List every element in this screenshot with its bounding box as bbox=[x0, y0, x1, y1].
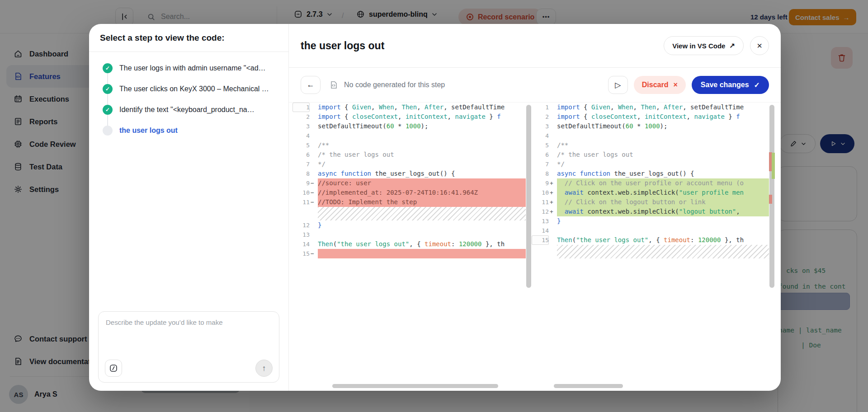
diff-code-row: 12+ await context.web.simpleClick("logou… bbox=[532, 207, 769, 216]
line-number: 9 bbox=[532, 178, 549, 188]
line-number: 10 bbox=[532, 188, 549, 197]
diff-view: 1import { Given, When, Then, After, setD… bbox=[289, 103, 781, 391]
diff-pane-original[interactable]: 1import { Given, When, Then, After, setD… bbox=[292, 103, 526, 391]
diff-code-row: 10−//implemented_at: 2025-07-24T10:16:41… bbox=[292, 188, 526, 197]
line-number: 8 bbox=[532, 169, 549, 178]
diff-sign bbox=[310, 140, 318, 150]
line-number: 10 bbox=[292, 188, 310, 197]
line-number: 4 bbox=[292, 131, 310, 140]
diff-code-row: 2import { closeContext, initContext, nav… bbox=[292, 112, 526, 122]
code-line: async function the_user_logs_out() { bbox=[318, 169, 526, 178]
step-done-check-icon: ✓ bbox=[103, 84, 113, 94]
diff-sign: + bbox=[549, 197, 557, 207]
diff-code-row: 1import { Given, When, Then, After, setD… bbox=[292, 103, 526, 112]
scrollbar-left-pane[interactable] bbox=[526, 103, 532, 391]
code-review-modal: Select a step to view the code: ✓The use… bbox=[89, 24, 781, 391]
line-number: 11 bbox=[532, 197, 549, 207]
diff-code-row: 9+ // Click on the user profile or accou… bbox=[532, 178, 769, 188]
step-pending-icon bbox=[103, 126, 113, 136]
diff-code-row: 4 bbox=[532, 131, 769, 140]
diff-filler-row bbox=[292, 207, 526, 220]
diff-code-row: 12} bbox=[292, 220, 526, 230]
back-button[interactable]: ← bbox=[301, 76, 321, 94]
diff-sign: + bbox=[549, 207, 557, 216]
diff-code-row: 4 bbox=[292, 131, 526, 140]
step-done-check-icon: ✓ bbox=[103, 63, 113, 73]
line-number: 13 bbox=[292, 230, 310, 239]
step-label: The user logs in with admin username "<a… bbox=[119, 64, 266, 72]
composer-input[interactable] bbox=[99, 312, 279, 355]
code-line: /* the user logs out bbox=[557, 150, 769, 159]
diff-sign bbox=[549, 159, 557, 169]
line-number: 6 bbox=[532, 150, 549, 159]
diff-code-row: 3setDefaultTimeout(60 * 1000); bbox=[292, 122, 526, 131]
scrollbar-thumb[interactable] bbox=[526, 105, 531, 288]
line-number: 12 bbox=[532, 207, 549, 216]
slash-command-button[interactable] bbox=[105, 360, 122, 377]
diff-sign bbox=[549, 245, 557, 258]
code-line: //source: user bbox=[318, 178, 526, 188]
code-line bbox=[318, 131, 526, 140]
discard-label: Discard bbox=[642, 81, 669, 89]
line-number: 7 bbox=[292, 159, 310, 169]
diff-code-row: 1import { Given, When, Then, After, setD… bbox=[532, 103, 769, 112]
diff-sign bbox=[310, 103, 318, 112]
code-line: //implemented_at: 2025-07-24T10:16:41.96… bbox=[318, 188, 526, 197]
diff-code-row: 2import { closeContext, initContext, nav… bbox=[532, 112, 769, 122]
code-toolbar: ← No code generated for this step ▷ Disc… bbox=[289, 68, 781, 103]
line-number: 14 bbox=[532, 226, 549, 235]
line-number: 11 bbox=[292, 197, 310, 207]
step-title: the user logs out bbox=[301, 40, 384, 52]
view-in-vscode-button[interactable]: View in VS Code ↗ bbox=[664, 36, 744, 55]
code-line bbox=[557, 131, 769, 140]
line-number: 12 bbox=[292, 220, 310, 230]
line-number: 7 bbox=[532, 159, 549, 169]
run-step-button[interactable]: ▷ bbox=[608, 76, 628, 94]
code-line bbox=[318, 249, 526, 258]
diff-sign: + bbox=[549, 188, 557, 197]
code-line bbox=[557, 226, 769, 235]
code-line bbox=[557, 245, 769, 258]
discard-button[interactable]: Discard × bbox=[634, 76, 686, 94]
line-number: 1 bbox=[292, 103, 310, 112]
status-text: No code generated for this step bbox=[344, 81, 445, 89]
diff-sign bbox=[549, 169, 557, 178]
diff-sign bbox=[310, 159, 318, 169]
send-button[interactable]: ↑ bbox=[255, 360, 273, 377]
diff-sign bbox=[310, 220, 318, 230]
scrollbar-right-pane[interactable] bbox=[769, 103, 775, 391]
line-number: 13 bbox=[532, 216, 549, 226]
external-link-icon: ↗ bbox=[729, 42, 735, 50]
step-done-check-icon: ✓ bbox=[103, 105, 113, 115]
code-panel-header: the user logs out View in VS Code ↗ × bbox=[289, 24, 781, 68]
step-item-4[interactable]: the user logs out bbox=[89, 120, 288, 141]
check-icon: ✓ bbox=[754, 81, 760, 89]
code-line bbox=[318, 230, 526, 239]
code-line: /** bbox=[557, 140, 769, 150]
diff-pane-modified[interactable]: 1import { Given, When, Then, After, setD… bbox=[532, 103, 769, 391]
horizontal-scrollbar-right[interactable] bbox=[554, 384, 623, 388]
diff-code-row: 15Then("the user logs out", { timeout: 1… bbox=[532, 235, 769, 245]
step-item-3[interactable]: ✓Identify the text "<keyboard_product_na… bbox=[89, 99, 288, 120]
diff-code-row: 8async function the_user_logs_out() { bbox=[532, 169, 769, 178]
diff-sign bbox=[310, 230, 318, 239]
code-line: */ bbox=[318, 159, 526, 169]
horizontal-scrollbar-left[interactable] bbox=[332, 384, 498, 388]
line-number: 15 bbox=[532, 235, 549, 245]
diff-code-row: 7*/ bbox=[532, 159, 769, 169]
x-icon: × bbox=[674, 81, 678, 89]
step-item-2[interactable]: ✓The user clicks on KeyX 3000 – Mechanic… bbox=[89, 79, 288, 99]
step-item-1[interactable]: ✓The user logs in with admin username "<… bbox=[89, 58, 288, 79]
code-line: } bbox=[557, 216, 769, 226]
line-number: 5 bbox=[292, 140, 310, 150]
line-number: 3 bbox=[532, 122, 549, 131]
line-number: 3 bbox=[292, 122, 310, 131]
diff-code-row: 11+ // Click on the logout button or lin… bbox=[532, 197, 769, 207]
close-button[interactable]: × bbox=[750, 36, 769, 55]
diff-filler-row bbox=[532, 245, 769, 258]
close-icon: × bbox=[757, 41, 762, 51]
diff-code-row: 14 bbox=[532, 226, 769, 235]
line-number: 15 bbox=[292, 249, 310, 258]
save-changes-label: Save changes bbox=[701, 81, 749, 89]
save-changes-button[interactable]: Save changes ✓ bbox=[692, 76, 769, 94]
